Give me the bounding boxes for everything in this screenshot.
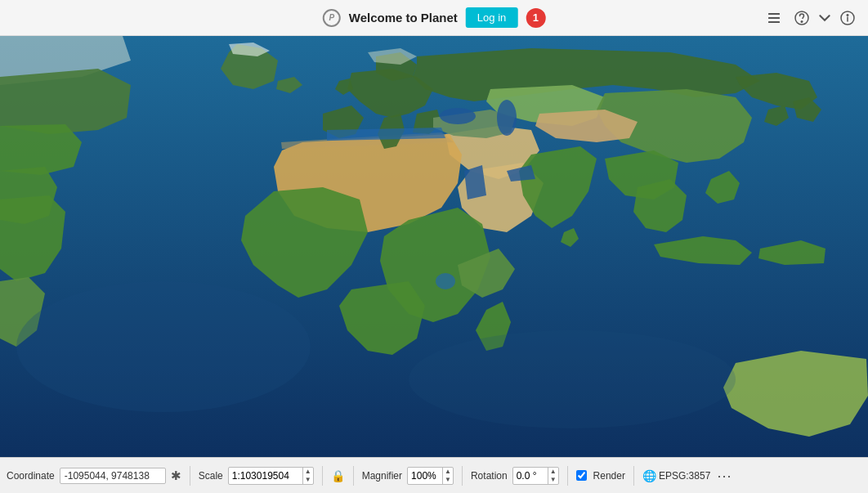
welcome-text: Welcome to Planet [349, 11, 458, 25]
info-icon[interactable] [837, 7, 858, 29]
planet-logo: P [323, 9, 341, 27]
scale-combo-btn[interactable]: ▲ ▼ [302, 468, 313, 484]
svg-rect-0 [768, 13, 780, 15]
epsg-icon: 🌐 [642, 469, 656, 482]
svg-point-10 [497, 100, 517, 136]
header: P Welcome to Planet Log in 1 [0, 0, 868, 36]
cursor-icon: ✱ [171, 468, 181, 483]
header-center: P Welcome to Planet Log in 1 [323, 7, 546, 28]
svg-point-11 [440, 108, 476, 124]
svg-rect-1 [768, 17, 780, 19]
world-map [0, 36, 868, 457]
separator-3 [353, 466, 354, 486]
notification-badge[interactable]: 1 [526, 8, 545, 28]
scale-input[interactable] [229, 468, 302, 483]
rotation-combo[interactable]: ▲ ▼ [512, 467, 559, 485]
lock-icon[interactable]: 🔒 [331, 469, 345, 482]
render-checkbox[interactable] [576, 470, 587, 481]
login-button[interactable]: Log in [466, 7, 517, 28]
scale-combo[interactable]: ▲ ▼ [228, 467, 314, 485]
statusbar: Coordinate ✱ Scale ▲ ▼ 🔒 Magnifier ▲ ▼ R… [0, 457, 868, 493]
separator-4 [462, 466, 463, 486]
rotation-arrows[interactable]: ▲ ▼ [548, 468, 558, 484]
separator-5 [567, 466, 568, 486]
dropdown-icon[interactable] [819, 7, 830, 29]
svg-point-4 [801, 20, 803, 22]
coordinate-input[interactable] [60, 468, 166, 484]
separator-2 [322, 466, 323, 486]
separator-1 [190, 466, 190, 486]
rotation-input[interactable] [513, 468, 548, 483]
more-options-button[interactable]: ⋯ [717, 467, 732, 485]
help-icon[interactable] [791, 7, 812, 29]
svg-rect-2 [768, 21, 780, 23]
magnifier-input[interactable] [408, 468, 442, 483]
render-label: Render [593, 470, 625, 482]
scale-label: Scale [199, 470, 223, 482]
header-right [763, 7, 858, 29]
svg-point-14 [409, 330, 736, 428]
magnifier-arrows[interactable]: ▲ ▼ [442, 468, 453, 484]
coordinate-label: Coordinate [7, 470, 55, 482]
magnifier-label: Magnifier [362, 470, 402, 482]
epsg-indicator[interactable]: 🌐 EPSG:3857 [642, 469, 710, 482]
svg-point-13 [16, 281, 311, 412]
separator-6 [633, 466, 634, 486]
epsg-label: EPSG:3857 [659, 470, 710, 482]
magnifier-combo[interactable]: ▲ ▼ [407, 467, 454, 485]
map[interactable] [0, 36, 868, 457]
list-icon[interactable] [763, 7, 785, 29]
rotation-label: Rotation [471, 470, 508, 482]
svg-point-12 [436, 273, 455, 289]
svg-point-7 [847, 14, 848, 16]
